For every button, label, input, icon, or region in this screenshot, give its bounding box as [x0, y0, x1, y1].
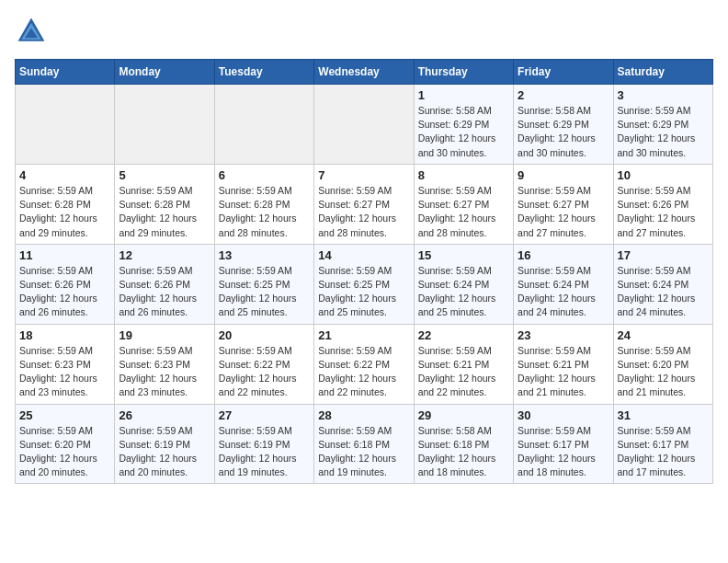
day-number: 9	[518, 168, 609, 182]
calendar-week-3: 11Sunrise: 5:59 AM Sunset: 6:26 PM Dayli…	[16, 244, 713, 324]
day-number: 14	[318, 248, 409, 262]
day-info: Sunrise: 5:59 AM Sunset: 6:22 PM Dayligh…	[318, 344, 409, 400]
day-number: 11	[19, 248, 110, 262]
day-number: 31	[618, 408, 709, 422]
day-info: Sunrise: 5:59 AM Sunset: 6:24 PM Dayligh…	[518, 264, 609, 320]
calendar-cell: 5Sunrise: 5:59 AM Sunset: 6:28 PM Daylig…	[115, 164, 214, 244]
day-info: Sunrise: 5:59 AM Sunset: 6:28 PM Dayligh…	[19, 184, 110, 240]
calendar-cell: 7Sunrise: 5:59 AM Sunset: 6:27 PM Daylig…	[314, 164, 414, 244]
day-number: 8	[418, 168, 509, 182]
calendar-cell: 27Sunrise: 5:59 AM Sunset: 6:19 PM Dayli…	[214, 404, 313, 484]
day-info: Sunrise: 5:59 AM Sunset: 6:18 PM Dayligh…	[318, 424, 409, 480]
calendar-cell: 28Sunrise: 5:59 AM Sunset: 6:18 PM Dayli…	[314, 404, 414, 484]
page-header	[15, 15, 713, 48]
day-number: 7	[318, 168, 409, 182]
header-saturday: Saturday	[613, 60, 712, 85]
calendar-cell: 15Sunrise: 5:59 AM Sunset: 6:24 PM Dayli…	[414, 244, 513, 324]
calendar-cell: 31Sunrise: 5:59 AM Sunset: 6:17 PM Dayli…	[613, 404, 712, 484]
day-info: Sunrise: 5:59 AM Sunset: 6:24 PM Dayligh…	[618, 264, 709, 320]
calendar-cell: 10Sunrise: 5:59 AM Sunset: 6:26 PM Dayli…	[613, 164, 712, 244]
day-number: 3	[618, 88, 709, 102]
header-friday: Friday	[514, 60, 613, 85]
calendar-cell	[115, 85, 214, 165]
calendar-cell: 13Sunrise: 5:59 AM Sunset: 6:25 PM Dayli…	[214, 244, 313, 324]
calendar-cell	[214, 85, 313, 165]
day-number: 21	[318, 328, 409, 342]
day-number: 15	[418, 248, 509, 262]
calendar-week-5: 25Sunrise: 5:59 AM Sunset: 6:20 PM Dayli…	[16, 404, 713, 484]
calendar-week-1: 1Sunrise: 5:58 AM Sunset: 6:29 PM Daylig…	[16, 85, 713, 165]
calendar-cell: 4Sunrise: 5:59 AM Sunset: 6:28 PM Daylig…	[16, 164, 115, 244]
logo	[15, 15, 51, 48]
day-number: 2	[518, 88, 609, 102]
calendar-cell: 22Sunrise: 5:59 AM Sunset: 6:21 PM Dayli…	[414, 324, 513, 404]
calendar-cell: 8Sunrise: 5:59 AM Sunset: 6:27 PM Daylig…	[414, 164, 513, 244]
calendar-header-row: SundayMondayTuesdayWednesdayThursdayFrid…	[16, 60, 713, 85]
day-number: 16	[518, 248, 609, 262]
header-sunday: Sunday	[16, 60, 115, 85]
day-info: Sunrise: 5:58 AM Sunset: 6:18 PM Dayligh…	[418, 424, 509, 480]
day-info: Sunrise: 5:59 AM Sunset: 6:23 PM Dayligh…	[119, 344, 210, 400]
day-info: Sunrise: 5:59 AM Sunset: 6:25 PM Dayligh…	[219, 264, 310, 320]
day-info: Sunrise: 5:59 AM Sunset: 6:22 PM Dayligh…	[219, 344, 310, 400]
day-info: Sunrise: 5:59 AM Sunset: 6:26 PM Dayligh…	[19, 264, 110, 320]
calendar-cell: 2Sunrise: 5:58 AM Sunset: 6:29 PM Daylig…	[514, 85, 613, 165]
calendar-cell: 9Sunrise: 5:59 AM Sunset: 6:27 PM Daylig…	[514, 164, 613, 244]
calendar-cell	[16, 85, 115, 165]
day-info: Sunrise: 5:59 AM Sunset: 6:26 PM Dayligh…	[119, 264, 210, 320]
calendar-cell: 21Sunrise: 5:59 AM Sunset: 6:22 PM Dayli…	[314, 324, 414, 404]
day-info: Sunrise: 5:58 AM Sunset: 6:29 PM Dayligh…	[418, 104, 509, 160]
header-thursday: Thursday	[414, 60, 513, 85]
calendar-cell: 16Sunrise: 5:59 AM Sunset: 6:24 PM Dayli…	[514, 244, 613, 324]
day-number: 10	[618, 168, 709, 182]
calendar-cell: 30Sunrise: 5:59 AM Sunset: 6:17 PM Dayli…	[514, 404, 613, 484]
day-info: Sunrise: 5:59 AM Sunset: 6:28 PM Dayligh…	[119, 184, 210, 240]
calendar-cell: 29Sunrise: 5:58 AM Sunset: 6:18 PM Dayli…	[414, 404, 513, 484]
day-number: 28	[318, 408, 409, 422]
day-info: Sunrise: 5:59 AM Sunset: 6:27 PM Dayligh…	[418, 184, 509, 240]
day-number: 22	[418, 328, 509, 342]
day-number: 24	[618, 328, 709, 342]
calendar-cell: 19Sunrise: 5:59 AM Sunset: 6:23 PM Dayli…	[115, 324, 214, 404]
day-info: Sunrise: 5:59 AM Sunset: 6:19 PM Dayligh…	[119, 424, 210, 480]
day-info: Sunrise: 5:59 AM Sunset: 6:23 PM Dayligh…	[19, 344, 110, 400]
day-number: 17	[618, 248, 709, 262]
day-number: 26	[119, 408, 210, 422]
day-number: 1	[418, 88, 509, 102]
day-info: Sunrise: 5:59 AM Sunset: 6:17 PM Dayligh…	[618, 424, 709, 480]
calendar-cell: 11Sunrise: 5:59 AM Sunset: 6:26 PM Dayli…	[16, 244, 115, 324]
day-info: Sunrise: 5:59 AM Sunset: 6:27 PM Dayligh…	[318, 184, 409, 240]
day-info: Sunrise: 5:59 AM Sunset: 6:21 PM Dayligh…	[418, 344, 509, 400]
calendar-cell: 17Sunrise: 5:59 AM Sunset: 6:24 PM Dayli…	[613, 244, 712, 324]
calendar-cell: 23Sunrise: 5:59 AM Sunset: 6:21 PM Dayli…	[514, 324, 613, 404]
day-number: 25	[19, 408, 110, 422]
calendar-cell: 6Sunrise: 5:59 AM Sunset: 6:28 PM Daylig…	[214, 164, 313, 244]
calendar-cell: 20Sunrise: 5:59 AM Sunset: 6:22 PM Dayli…	[214, 324, 313, 404]
calendar-table: SundayMondayTuesdayWednesdayThursdayFrid…	[15, 59, 713, 484]
calendar-cell: 26Sunrise: 5:59 AM Sunset: 6:19 PM Dayli…	[115, 404, 214, 484]
day-info: Sunrise: 5:59 AM Sunset: 6:26 PM Dayligh…	[618, 184, 709, 240]
day-number: 27	[219, 408, 310, 422]
calendar-cell: 12Sunrise: 5:59 AM Sunset: 6:26 PM Dayli…	[115, 244, 214, 324]
day-info: Sunrise: 5:59 AM Sunset: 6:20 PM Dayligh…	[618, 344, 709, 400]
header-monday: Monday	[115, 60, 214, 85]
day-number: 30	[518, 408, 609, 422]
day-number: 12	[119, 248, 210, 262]
logo-icon	[15, 15, 48, 48]
day-info: Sunrise: 5:59 AM Sunset: 6:28 PM Dayligh…	[219, 184, 310, 240]
calendar-week-2: 4Sunrise: 5:59 AM Sunset: 6:28 PM Daylig…	[16, 164, 713, 244]
calendar-week-4: 18Sunrise: 5:59 AM Sunset: 6:23 PM Dayli…	[16, 324, 713, 404]
day-number: 19	[119, 328, 210, 342]
day-info: Sunrise: 5:59 AM Sunset: 6:19 PM Dayligh…	[219, 424, 310, 480]
day-number: 18	[19, 328, 110, 342]
day-info: Sunrise: 5:59 AM Sunset: 6:24 PM Dayligh…	[418, 264, 509, 320]
calendar-cell: 24Sunrise: 5:59 AM Sunset: 6:20 PM Dayli…	[613, 324, 712, 404]
day-number: 5	[119, 168, 210, 182]
day-number: 29	[418, 408, 509, 422]
calendar-cell: 1Sunrise: 5:58 AM Sunset: 6:29 PM Daylig…	[414, 85, 513, 165]
calendar-cell: 3Sunrise: 5:59 AM Sunset: 6:29 PM Daylig…	[613, 85, 712, 165]
day-info: Sunrise: 5:59 AM Sunset: 6:17 PM Dayligh…	[518, 424, 609, 480]
calendar-cell: 18Sunrise: 5:59 AM Sunset: 6:23 PM Dayli…	[16, 324, 115, 404]
day-number: 13	[219, 248, 310, 262]
header-tuesday: Tuesday	[214, 60, 313, 85]
